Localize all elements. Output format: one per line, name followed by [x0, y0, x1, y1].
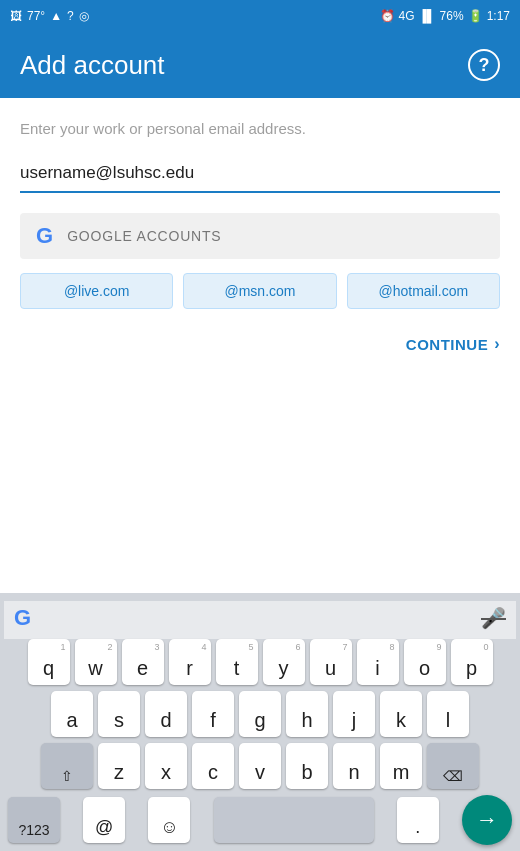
email-providers-row: @live.com @msn.com @hotmail.com	[20, 273, 500, 309]
key-i-number: 8	[389, 642, 394, 652]
keyboard-bottom-row: ?123 @ ☺ . →	[4, 795, 516, 845]
key-l[interactable]: l	[427, 691, 469, 737]
key-v[interactable]: v	[239, 743, 281, 789]
status-bar: 🖼 77° ▲ ? ◎ ⏰ 4G ▐▌ 76% 🔋 1:17	[0, 0, 520, 32]
key-x[interactable]: x	[145, 743, 187, 789]
alarm-icon: ⏰	[380, 9, 395, 23]
key-k[interactable]: k	[380, 691, 422, 737]
key-z[interactable]: z	[98, 743, 140, 789]
shazam-icon: ◎	[79, 9, 89, 23]
key-j[interactable]: j	[333, 691, 375, 737]
key-a[interactable]: a	[51, 691, 93, 737]
signal-bars-icon: ▐▌	[419, 9, 436, 23]
hotmail-provider-button[interactable]: @hotmail.com	[347, 273, 500, 309]
key-r-number: 4	[201, 642, 206, 652]
key-f[interactable]: f	[192, 691, 234, 737]
at-key[interactable]: @	[83, 797, 125, 843]
continue-button[interactable]: CONTINUE ›	[406, 335, 500, 353]
key-b[interactable]: b	[286, 743, 328, 789]
key-p[interactable]: 0p	[451, 639, 493, 685]
key-w-number: 2	[107, 642, 112, 652]
key-u-number: 7	[342, 642, 347, 652]
key-o[interactable]: 9o	[404, 639, 446, 685]
key-y-number: 6	[295, 642, 300, 652]
numeric-key[interactable]: ?123	[8, 797, 60, 843]
temperature: 77°	[27, 9, 45, 23]
enter-key[interactable]: →	[462, 795, 512, 845]
status-right: ⏰ 4G ▐▌ 76% 🔋 1:17	[380, 9, 510, 23]
photo-icon: 🖼	[10, 9, 22, 23]
keyboard-row-3: ⇧ z x c v b n m ⌫	[4, 743, 516, 789]
keyboard-row-2: a s d f g h j k l	[4, 691, 516, 737]
key-e[interactable]: 3e	[122, 639, 164, 685]
key-u[interactable]: 7u	[310, 639, 352, 685]
key-t-number: 5	[248, 642, 253, 652]
key-e-number: 3	[154, 642, 159, 652]
unknown-icon: ?	[67, 9, 74, 23]
key-w[interactable]: 2w	[75, 639, 117, 685]
signal-label: 4G	[399, 9, 415, 23]
key-n[interactable]: n	[333, 743, 375, 789]
key-h[interactable]: h	[286, 691, 328, 737]
shift-key[interactable]: ⇧	[41, 743, 93, 789]
key-m[interactable]: m	[380, 743, 422, 789]
key-g[interactable]: g	[239, 691, 281, 737]
emoji-key[interactable]: ☺	[148, 797, 190, 843]
continue-chevron-icon: ›	[494, 335, 500, 353]
period-key[interactable]: .	[397, 797, 439, 843]
keyboard: G 🎤 1q 2w 3e 4r 5t 6y 7u 8i 9o 0p a s d …	[0, 593, 520, 851]
google-g-icon: G	[36, 225, 53, 247]
key-r[interactable]: 4r	[169, 639, 211, 685]
live-provider-button[interactable]: @live.com	[20, 273, 173, 309]
google-accounts-label: GOOGLE ACCOUNTS	[67, 228, 221, 244]
key-c[interactable]: c	[192, 743, 234, 789]
backspace-key[interactable]: ⌫	[427, 743, 479, 789]
mic-off-icon[interactable]: 🎤	[481, 606, 506, 630]
keyboard-google-icon[interactable]: G	[14, 605, 31, 631]
status-left: 🖼 77° ▲ ? ◎	[10, 9, 89, 23]
wifi-icon: ▲	[50, 9, 62, 23]
instruction-text: Enter your work or personal email addres…	[20, 118, 500, 139]
keyboard-toolbar: G 🎤	[4, 601, 516, 639]
google-accounts-button[interactable]: G GOOGLE ACCOUNTS	[20, 213, 500, 259]
page-title: Add account	[20, 50, 165, 81]
battery-label: 76%	[440, 9, 464, 23]
key-q-number: 1	[60, 642, 65, 652]
key-i[interactable]: 8i	[357, 639, 399, 685]
msn-provider-button[interactable]: @msn.com	[183, 273, 336, 309]
key-p-number: 0	[483, 642, 488, 652]
continue-label: CONTINUE	[406, 336, 488, 353]
email-input[interactable]	[20, 159, 500, 187]
key-o-number: 9	[436, 642, 441, 652]
email-input-container	[20, 159, 500, 193]
main-content: Enter your work or personal email addres…	[0, 98, 520, 369]
app-header: Add account ?	[0, 32, 520, 98]
battery-icon: 🔋	[468, 9, 483, 23]
keyboard-row-1: 1q 2w 3e 4r 5t 6y 7u 8i 9o 0p	[4, 639, 516, 685]
key-s[interactable]: s	[98, 691, 140, 737]
time-display: 1:17	[487, 9, 510, 23]
key-q[interactable]: 1q	[28, 639, 70, 685]
continue-row: CONTINUE ›	[20, 329, 500, 369]
key-t[interactable]: 5t	[216, 639, 258, 685]
space-key[interactable]	[214, 797, 374, 843]
key-d[interactable]: d	[145, 691, 187, 737]
key-y[interactable]: 6y	[263, 639, 305, 685]
help-button[interactable]: ?	[468, 49, 500, 81]
